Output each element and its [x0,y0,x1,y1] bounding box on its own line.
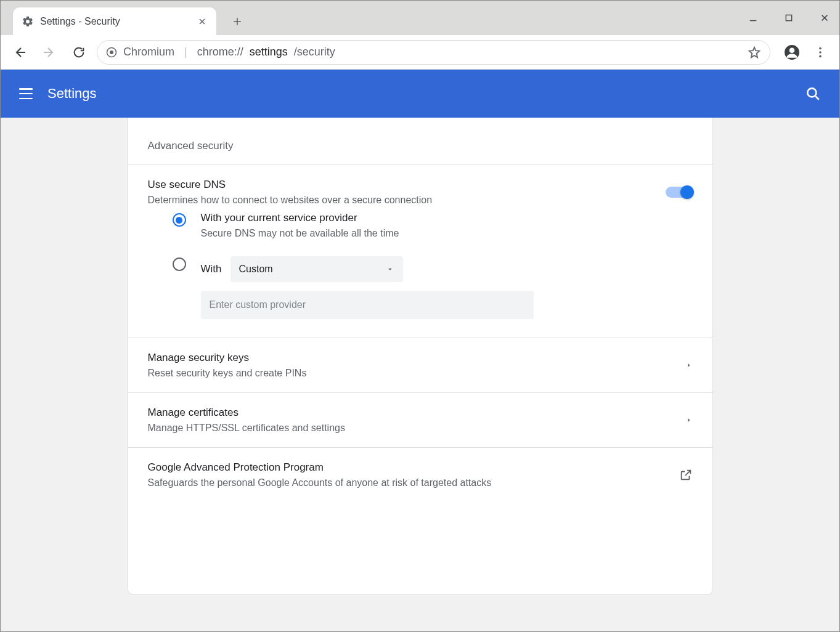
browser-toolbar: Chromium | chrome://settings/security [1,35,839,70]
svg-rect-0 [786,15,791,20]
external-link-icon [679,468,693,482]
svg-point-6 [819,51,822,54]
chevron-right-icon [685,362,693,369]
row-google-advanced-protection[interactable]: Google Advanced Protection Program Safeg… [128,448,712,502]
reload-button[interactable] [67,41,91,64]
security-keys-sub: Reset security keys and create PINs [148,368,673,379]
radio-current-provider-sub: Secure DNS may not be available all the … [201,228,399,239]
menu-icon[interactable] [19,86,34,101]
address-bar[interactable]: Chromium | chrome://settings/security [97,40,770,65]
custom-provider-placeholder: Enter custom provider [210,299,306,310]
radio-current-provider[interactable] [173,213,186,227]
forward-button[interactable] [38,41,61,64]
omnibox-url-host: settings [250,46,288,59]
new-tab-button[interactable] [226,10,248,33]
chevron-down-icon [386,265,394,273]
row-use-secure-dns: Use secure DNS Determines how to connect… [128,165,712,212]
custom-provider-input[interactable]: Enter custom provider [201,291,534,319]
site-info-icon[interactable] [106,47,117,58]
window-minimize-button[interactable] [744,9,762,26]
search-icon[interactable] [805,86,821,102]
tab-close-button[interactable] [197,16,208,27]
svg-point-4 [789,47,795,53]
omnibox-url-scheme: chrome:// [197,46,243,59]
omnibox-url-path: /security [294,46,335,59]
settings-title: Settings [47,86,97,102]
gap-title: Google Advanced Protection Program [148,461,667,474]
chevron-right-icon [685,416,693,424]
secure-dns-title: Use secure DNS [148,179,653,191]
omnibox-origin: Chromium [123,46,174,59]
profile-button[interactable] [780,41,804,64]
settings-header: Settings [1,70,839,118]
tab-title: Settings - Security [40,16,190,27]
dns-provider-select[interactable]: Custom [230,256,403,282]
window-maximize-button[interactable] [780,9,797,26]
svg-point-2 [110,51,113,54]
browser-tab-active[interactable]: Settings - Security [13,7,216,35]
radio-current-provider-label: With your current service provider [201,212,399,224]
certificates-title: Manage certificates [148,407,673,419]
dns-provider-select-value: Custom [239,264,273,275]
svg-point-5 [819,47,822,49]
radio-with-label: With [201,263,222,275]
security-keys-title: Manage security keys [148,352,673,364]
certificates-sub: Manage HTTPS/SSL certificates and settin… [148,423,673,434]
row-manage-security-keys[interactable]: Manage security keys Reset security keys… [128,338,712,392]
row-manage-certificates[interactable]: Manage certificates Manage HTTPS/SSL cer… [128,393,712,447]
svg-point-7 [819,55,822,57]
settings-content[interactable]: Advanced security Use secure DNS Determi… [1,118,839,631]
secure-dns-subtitle: Determines how to connect to websites ov… [148,195,653,206]
radio-with-custom[interactable] [173,257,186,271]
svg-point-8 [807,88,816,97]
secure-dns-toggle[interactable] [666,187,693,198]
bookmark-star-icon[interactable] [748,46,761,59]
back-button[interactable] [8,41,31,64]
section-title-advanced-security: Advanced security [128,118,712,164]
browser-tabstrip: Settings - Security [1,1,839,35]
window-close-button[interactable] [816,9,833,26]
window-controls [744,1,833,35]
gear-icon [22,15,34,28]
kebab-menu-button[interactable] [809,41,832,64]
gap-sub: Safeguards the personal Google Accounts … [148,477,667,488]
security-card: Advanced security Use secure DNS Determi… [128,118,713,594]
